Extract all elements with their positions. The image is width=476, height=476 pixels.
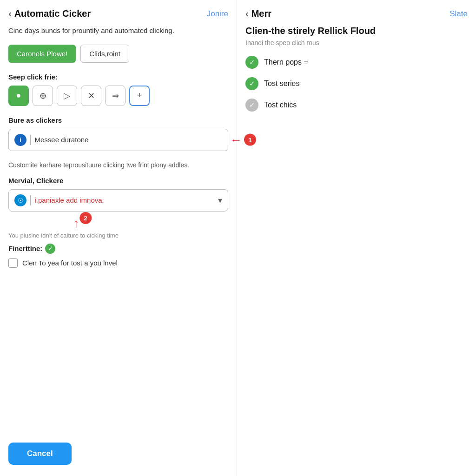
annotation-1: ← 1 — [230, 132, 256, 147]
header-left: ‹ Automatic Cicker — [8, 8, 91, 19]
toolbar-section-label: Seep click frie: — [8, 73, 228, 81]
check-item-1: ✓ Tost series — [245, 77, 468, 90]
input-divider — [30, 135, 31, 145]
check-item-2: ✓ Tost chics — [245, 99, 468, 112]
toolbar-add-btn[interactable]: + — [129, 86, 150, 106]
mervial-dropdown-wrapper[interactable]: ☉ i.paniaxle add imnova: ▾ — [8, 189, 228, 212]
check-icon-grey-2: ✓ — [245, 99, 258, 112]
checkbox-label: Clen To yea for tost a you lnvel — [22, 259, 118, 267]
secondary-button[interactable]: Clids,roint — [80, 45, 129, 63]
toolbar-plusminus-btn[interactable]: ⊕ — [33, 86, 53, 106]
check-icon-green-1: ✓ — [245, 77, 258, 90]
right-section-subtitle: Inandi the spep clich rous — [245, 39, 468, 46]
mervial-dropdown-value: i.paniaxle add imnova: — [35, 196, 215, 204]
right-header-action-link[interactable]: Slate — [450, 9, 468, 19]
toolbar-play-btn[interactable]: ▷ — [57, 86, 77, 106]
check-item-text-1: Tost series — [264, 79, 299, 88]
mervial-dropdown-icon: ☉ — [14, 194, 26, 206]
annotation-badge-2: 2 — [79, 212, 92, 224]
bure-section: Bure as clickers i ← 1 — [8, 116, 228, 151]
buttons-row: Caronels Plowe! Clids,roint — [8, 45, 228, 63]
mervial-label: Mervial, Clickere — [8, 177, 228, 185]
check-item-0: ✓ Thern pops = — [245, 56, 468, 69]
right-section-title: Clien-the stirely Rellick Floud — [245, 26, 468, 36]
check-item-text-2: Tost chics — [264, 101, 297, 109]
annotation-2-arrow: ↑ 2 — [70, 208, 94, 231]
left-header: ‹ Automatic Cicker Jonire — [8, 8, 228, 19]
primary-button[interactable]: Caronels Plowe! — [8, 45, 76, 63]
check-item-text-0: Thern pops = — [264, 58, 308, 66]
bure-input-field[interactable] — [35, 136, 223, 144]
right-page-title: Merr — [251, 8, 271, 19]
toolbar-arrow-btn[interactable]: ⇒ — [105, 86, 126, 106]
left-panel: ‹ Automatic Cicker Jonire Cine days bund… — [0, 0, 237, 476]
mervial-section: Mervial, Clickere ☉ i.paniaxle add imnov… — [8, 177, 228, 212]
toolbar-close-btn[interactable]: ✕ — [81, 86, 101, 106]
icon-toolbar: ● ⊕ ▷ ✕ ⇒ + — [8, 86, 228, 106]
cancel-button-wrapper: Cancel — [8, 443, 228, 476]
checkbox-input[interactable] — [8, 258, 18, 268]
back-arrow-icon[interactable]: ‹ — [8, 8, 12, 19]
right-panel: ‹ Merr Slate Clien-the stirely Rellick F… — [237, 0, 476, 476]
right-header-left: ‹ Merr — [245, 8, 271, 19]
bure-input-wrapper[interactable]: i — [8, 129, 228, 151]
bure-label: Bure as clickers — [8, 116, 228, 124]
finerttine-label: Finerttine: — [8, 245, 42, 252]
dropdown-divider — [30, 195, 31, 205]
check-icon-green-0: ✓ — [245, 56, 258, 69]
bure-input-icon: i — [14, 134, 26, 146]
main-description: Cine days bunds for prountify and automa… — [8, 26, 228, 36]
cancel-button[interactable]: Cancel — [8, 443, 72, 465]
footer-note: You plusine idn't ef calture to cicking … — [8, 232, 228, 239]
checklist: ✓ Thern pops = ✓ Tost series ✓ Tost chic… — [245, 56, 468, 120]
checkbox-row[interactable]: Clen To yea for tost a you lnvel — [8, 258, 228, 268]
customize-description: Customite karhare teprousituure clicking… — [8, 160, 228, 170]
right-back-arrow-icon[interactable]: ‹ — [245, 8, 249, 19]
annotation-badge-1: 1 — [244, 134, 256, 146]
right-header: ‹ Merr Slate — [245, 8, 468, 19]
finerttine-check-icon: ✓ — [45, 244, 55, 254]
header-action-link[interactable]: Jonire — [207, 9, 228, 19]
toolbar-circle-btn[interactable]: ● — [8, 86, 29, 106]
finerttine-row: Finerttine: ✓ — [8, 244, 228, 254]
page-title: Automatic Cicker — [14, 8, 91, 19]
chevron-down-icon: ▾ — [218, 195, 222, 205]
